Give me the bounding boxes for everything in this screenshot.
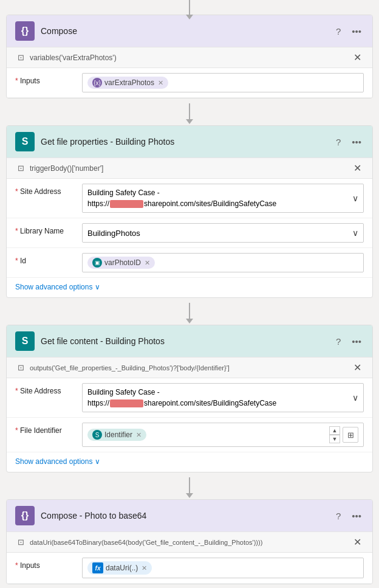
get-file-props-sub-icon: ⊡ xyxy=(15,163,26,174)
get-file-content-site-field[interactable]: Building Safety Case - https://sharepoin… xyxy=(82,383,364,412)
card-get-file-content: S Get file content - Building Photos ? •… xyxy=(6,325,373,472)
get-file-content-identifier-field[interactable]: S Identifier ✕ ▲ ▼ ⊞ xyxy=(82,423,364,447)
get-file-props-icon: S xyxy=(15,132,35,151)
get-file-props-body: ⊡ triggerBody()['number'] ✕ Site Address… xyxy=(7,157,372,297)
chip-datauriexpr-text: dataUri(..) xyxy=(106,564,138,572)
get-file-props-library-label: Library Name xyxy=(15,223,76,235)
get-file-props-library-value: BuildingPhotos xyxy=(87,229,140,238)
get-file-props-site-label: Site Address xyxy=(15,184,76,196)
chip-datauriexpr: fx dataUri(..) ✕ xyxy=(87,561,152,575)
card-get-file-props: S Get file properties - Building Photos … xyxy=(6,125,373,298)
compose2-help-button[interactable]: ? xyxy=(333,510,343,522)
card-compose1: {} Compose ? ••• ⊡ variables('varExtraPh… xyxy=(6,15,373,99)
chip-varphotoid-close[interactable]: ✕ xyxy=(145,259,150,267)
up-button[interactable]: ▲ xyxy=(329,426,340,435)
chip-varextraphotos-icon: {x} xyxy=(92,78,102,88)
chip-identifier-icon: S xyxy=(92,430,102,440)
get-file-content-sub-text: outputs('Get_file_properties_-_Building_… xyxy=(30,364,230,372)
down-button[interactable]: ▼ xyxy=(329,435,340,443)
get-file-props-advanced-chevron: ∨ xyxy=(95,283,100,291)
content-site-dropdown-caret: ∨ xyxy=(352,393,358,403)
compose1-sub-text: variables('varExtraPhotos') xyxy=(30,54,117,62)
get-file-content-sub-icon: ⊡ xyxy=(15,362,26,373)
content-site-line2: https://sharepoint.com/sites/BuildingSaf… xyxy=(87,398,276,409)
get-file-content-identifier-row: File Identifier S Identifier ✕ ▲ ▼ xyxy=(7,418,372,452)
get-file-props-more-button[interactable]: ••• xyxy=(349,136,364,148)
compose2-inputs-field[interactable]: fx dataUri(..) ✕ xyxy=(82,558,364,578)
identifier-controls: ▲ ▼ ⊞ xyxy=(327,426,358,443)
get-file-content-icon: S xyxy=(15,331,35,351)
compose2-actions: ? ••• xyxy=(333,510,364,522)
get-file-props-id-row: Id ▣ varPhotoID ✕ xyxy=(7,248,372,278)
updown-control[interactable]: ▲ ▼ xyxy=(329,426,340,443)
get-file-content-site-row: Site Address Building Safety Case - http… xyxy=(7,378,372,418)
get-file-props-site-field[interactable]: Building Safety Case - https://sharepoin… xyxy=(82,184,364,213)
redacted-bar2 xyxy=(110,399,143,407)
identifier-chip-row: S Identifier ✕ xyxy=(87,429,149,441)
chip-datauriexpr-close[interactable]: ✕ xyxy=(142,564,147,572)
compose1-more-button[interactable]: ••• xyxy=(349,25,364,38)
get-file-content-advanced-chevron: ∨ xyxy=(95,457,100,466)
compose1-inputs-row: Inputs {x} varExtraPhotos ✕ xyxy=(7,68,372,98)
compose2-more-button[interactable]: ••• xyxy=(349,510,364,522)
get-file-props-advanced[interactable]: Show advanced options ∨ xyxy=(7,278,372,297)
get-file-props-id-field[interactable]: ▣ varPhotoID ✕ xyxy=(82,253,364,272)
get-file-props-sub-close[interactable]: ✕ xyxy=(351,162,364,174)
compose1-inputs-field[interactable]: {x} varExtraPhotos ✕ xyxy=(82,73,364,92)
grid-button[interactable]: ⊞ xyxy=(343,427,358,443)
compose2-sub-close[interactable]: ✕ xyxy=(351,536,364,548)
top-arrow xyxy=(189,0,190,16)
compose2-icon-label: {} xyxy=(21,510,29,521)
chip-varextraphotos-text: varExtraPhotos xyxy=(104,78,154,87)
get-file-content-icon-label: S xyxy=(22,336,29,347)
compose1-sub-header: ⊡ variables('varExtraPhotos') ✕ xyxy=(7,47,372,68)
site-line2: https://sharepoint.com/sites/BuildingSaf… xyxy=(87,198,276,209)
get-file-content-more-button[interactable]: ••• xyxy=(349,335,364,348)
content-site-line1: Building Safety Case - xyxy=(87,387,276,398)
get-file-content-site-label: Site Address xyxy=(15,383,76,395)
get-file-props-site-value: Building Safety Case - https://sharepoin… xyxy=(87,187,276,209)
chip-datauriexpr-icon: fx xyxy=(92,562,103,573)
get-file-content-sub-close[interactable]: ✕ xyxy=(351,362,364,373)
compose1-body: ⊡ variables('varExtraPhotos') ✕ Inputs {… xyxy=(7,47,372,98)
arrow3 xyxy=(189,477,190,494)
chip-varextraphotos-close[interactable]: ✕ xyxy=(158,79,163,87)
get-file-props-sub-header: ⊡ triggerBody()['number'] ✕ xyxy=(7,157,372,179)
chip-varphotoid: ▣ varPhotoID ✕ xyxy=(87,257,155,269)
get-file-content-site-value: Building Safety Case - https://sharepoin… xyxy=(87,387,276,409)
compose2-inputs-label: Inputs xyxy=(15,558,76,570)
get-file-content-body: ⊡ outputs('Get_file_properties_-_Buildin… xyxy=(7,357,372,472)
card-header-get-file-props: S Get file properties - Building Photos … xyxy=(7,126,372,157)
get-file-content-advanced-label: Show advanced options xyxy=(15,457,92,466)
compose1-title: Compose xyxy=(41,26,333,36)
card-header-get-file-content: S Get file content - Building Photos ? •… xyxy=(7,325,372,357)
help-icon2: ? xyxy=(336,137,341,147)
card-header-compose2: {} Compose - Photo to base64 ? ••• xyxy=(7,500,372,531)
compose2-sub-header: ⊡ dataUri(base64ToBinary(base64(body('Ge… xyxy=(7,531,372,553)
chip-varphotoid-text: varPhotoID xyxy=(104,258,141,267)
get-file-content-identifier-label: File Identifier xyxy=(15,423,76,435)
compose1-sub-close[interactable]: ✕ xyxy=(351,52,364,63)
site-line1: Building Safety Case - xyxy=(87,187,276,198)
library-dropdown-caret: ∨ xyxy=(352,228,358,238)
more-icon3: ••• xyxy=(352,336,361,347)
get-file-props-help-button[interactable]: ? xyxy=(333,136,343,148)
get-file-content-actions: ? ••• xyxy=(333,335,364,348)
chip-identifier-close[interactable]: ✕ xyxy=(136,431,142,439)
get-file-content-sub-header: ⊡ outputs('Get_file_properties_-_Buildin… xyxy=(7,357,372,378)
compose2-inputs-row: Inputs fx dataUri(..) ✕ xyxy=(7,553,372,584)
get-file-content-help-button[interactable]: ? xyxy=(333,335,343,348)
card-compose2: {} Compose - Photo to base64 ? ••• ⊡ dat… xyxy=(6,499,373,584)
chip-identifier: S Identifier ✕ xyxy=(87,429,146,441)
flow-container: {} Compose ? ••• ⊡ variables('varExtraPh… xyxy=(0,0,379,588)
compose1-help-button[interactable]: ? xyxy=(333,25,343,38)
chip-varphotoid-icon: ▣ xyxy=(92,258,102,268)
get-file-content-title: Get file content - Building Photos xyxy=(41,336,333,346)
help-icon3: ? xyxy=(336,336,341,347)
get-file-props-library-field[interactable]: BuildingPhotos ∨ xyxy=(82,223,364,243)
get-file-content-advanced[interactable]: Show advanced options ∨ xyxy=(7,452,372,472)
compose2-body: ⊡ dataUri(base64ToBinary(base64(body('Ge… xyxy=(7,531,372,584)
site-dropdown-caret: ∨ xyxy=(352,193,358,203)
get-file-props-actions: ? ••• xyxy=(333,136,364,148)
more-icon4: ••• xyxy=(352,511,361,521)
